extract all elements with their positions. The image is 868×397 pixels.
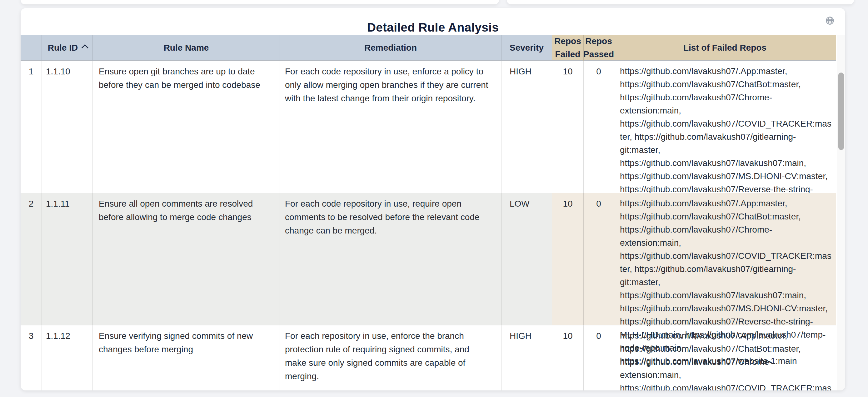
header-rule-id-label: Rule ID — [48, 41, 78, 54]
header-severity[interactable]: Severity — [501, 35, 552, 61]
severity-cell: LOW — [501, 193, 552, 325]
header-repos-passed[interactable]: Repos Passed — [583, 35, 614, 61]
repos-passed-cell: 0 — [583, 193, 614, 325]
previous-card-partial-right — [507, 0, 854, 4]
globe-icon[interactable] — [825, 16, 835, 25]
rule-name-cell: Ensure open git branches are up to date … — [92, 61, 280, 193]
row-number: 2 — [21, 193, 41, 325]
failed-repos-list-cell: https://github.com/lavakush07/.App:maste… — [614, 325, 836, 391]
detailed-rule-analysis-card: Detailed Rule Analysis Rule ID Rule Name… — [21, 8, 845, 391]
header-remediation[interactable]: Remediation — [280, 35, 501, 61]
sort-ascending-icon — [82, 44, 89, 52]
rule-id-cell: 1.1.12 — [41, 325, 92, 391]
rule-analysis-table: Rule ID Rule Name Remediation Severity R… — [21, 35, 836, 391]
repos-failed-cell: 10 — [552, 61, 583, 193]
remediation-cell: For each repository in use, enforce the … — [280, 325, 501, 391]
rule-name-cell: Ensure all open comments are resolved be… — [92, 193, 280, 325]
header-rule-id[interactable]: Rule ID — [41, 35, 92, 61]
remediation-cell: For each code repository in use, enforce… — [280, 61, 501, 193]
rule-name-cell: Ensure verifying signed commits of new c… — [92, 325, 280, 391]
failed-repos-list-cell: https://github.com/lavakush07/.App:maste… — [614, 193, 836, 325]
header-rule-name[interactable]: Rule Name — [92, 35, 280, 61]
vertical-scrollbar[interactable] — [837, 35, 845, 391]
header-row-number — [21, 35, 41, 61]
repos-failed-cell: 10 — [552, 193, 583, 325]
row-number: 1 — [21, 61, 41, 193]
rule-id-cell: 1.1.10 — [41, 61, 92, 193]
remediation-cell: For each code repository in use, require… — [280, 193, 501, 325]
header-repos-failed[interactable]: Repos Failed — [552, 35, 583, 61]
rule-id-cell: 1.1.11 — [41, 193, 92, 325]
header-list-of-failed-repos[interactable]: List of Failed Repos — [614, 35, 836, 61]
page-title: Detailed Rule Analysis — [21, 21, 845, 34]
repos-passed-cell: 0 — [583, 325, 614, 391]
severity-cell: HIGH — [501, 61, 552, 193]
severity-cell: HIGH — [501, 325, 552, 391]
scrollbar-thumb[interactable] — [838, 72, 844, 150]
repos-failed-cell: 10 — [552, 325, 583, 391]
failed-repos-list-cell: https://github.com/lavakush07/.App:maste… — [614, 61, 836, 193]
row-number: 3 — [21, 325, 41, 391]
repos-passed-cell: 0 — [583, 61, 614, 193]
previous-card-partial-left — [21, 0, 499, 4]
